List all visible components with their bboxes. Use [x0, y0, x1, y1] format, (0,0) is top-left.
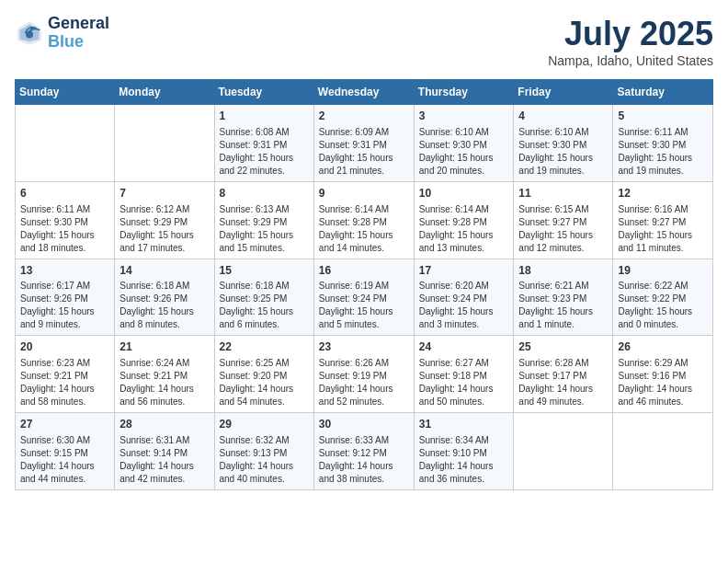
page-header: General Blue July 2025 Nampa, Idaho, Uni…	[15, 15, 713, 68]
day-info: Sunset: 9:19 PM	[319, 370, 409, 383]
day-number: 31	[419, 417, 509, 432]
day-info: Daylight: 15 hours and 9 minutes.	[20, 305, 109, 331]
calendar-cell: 27Sunrise: 6:30 AMSunset: 9:15 PMDayligh…	[16, 413, 115, 490]
calendar-week-row: 27Sunrise: 6:30 AMSunset: 9:15 PMDayligh…	[16, 413, 713, 490]
day-info: Sunset: 9:26 PM	[119, 293, 209, 305]
day-info: Daylight: 14 hours and 42 minutes.	[119, 460, 209, 486]
day-info: Sunset: 9:10 PM	[419, 447, 509, 460]
day-number: 4	[518, 109, 608, 124]
calendar-cell: 1Sunrise: 6:08 AMSunset: 9:31 PMDaylight…	[214, 105, 313, 182]
calendar-cell: 14Sunrise: 6:18 AMSunset: 9:26 PMDayligh…	[115, 259, 214, 336]
day-info: Daylight: 15 hours and 19 minutes.	[618, 152, 708, 178]
logo: General Blue	[15, 15, 109, 52]
day-info: Sunrise: 6:32 AM	[220, 434, 309, 447]
day-number: 29	[220, 417, 309, 432]
day-info: Daylight: 14 hours and 40 minutes.	[220, 460, 309, 486]
day-number: 19	[618, 263, 708, 279]
calendar-cell: 15Sunrise: 6:18 AMSunset: 9:25 PMDayligh…	[214, 259, 313, 336]
day-info: Sunrise: 6:22 AM	[618, 280, 708, 293]
day-number: 2	[319, 109, 409, 124]
day-info: Sunset: 9:31 PM	[220, 139, 309, 152]
day-of-week-header: Tuesday	[214, 80, 313, 105]
day-info: Sunrise: 6:23 AM	[20, 357, 109, 370]
calendar-cell	[514, 413, 613, 490]
day-info: Sunset: 9:22 PM	[618, 293, 708, 305]
day-info: Daylight: 14 hours and 58 minutes.	[20, 383, 109, 408]
logo-line1: General	[48, 15, 109, 33]
day-number: 24	[419, 339, 509, 355]
day-number: 17	[419, 263, 509, 279]
calendar-cell: 6Sunrise: 6:11 AMSunset: 9:30 PMDaylight…	[16, 181, 115, 259]
calendar-week-row: 13Sunrise: 6:17 AMSunset: 9:26 PMDayligh…	[16, 259, 713, 336]
day-info: Sunset: 9:13 PM	[220, 447, 309, 460]
month-title: July 2025	[548, 15, 713, 53]
calendar-cell: 21Sunrise: 6:24 AMSunset: 9:21 PMDayligh…	[115, 336, 214, 413]
calendar-cell: 24Sunrise: 6:27 AMSunset: 9:18 PMDayligh…	[414, 336, 514, 413]
day-number: 15	[220, 263, 309, 279]
svg-point-2	[26, 30, 33, 38]
day-info: Daylight: 15 hours and 11 minutes.	[618, 229, 708, 255]
day-info: Sunrise: 6:08 AM	[220, 126, 309, 139]
calendar-week-row: 20Sunrise: 6:23 AMSunset: 9:21 PMDayligh…	[16, 336, 713, 413]
calendar-cell: 29Sunrise: 6:32 AMSunset: 9:13 PMDayligh…	[214, 413, 313, 490]
logo-line2: Blue	[48, 33, 109, 52]
day-number: 23	[319, 339, 409, 355]
calendar-body: 1Sunrise: 6:08 AMSunset: 9:31 PMDaylight…	[16, 105, 713, 490]
calendar-cell: 13Sunrise: 6:17 AMSunset: 9:26 PMDayligh…	[16, 259, 115, 336]
day-info: Daylight: 14 hours and 50 minutes.	[419, 383, 509, 408]
day-info: Sunset: 9:15 PM	[20, 447, 109, 460]
day-info: Sunrise: 6:12 AM	[119, 203, 209, 216]
day-info: Sunrise: 6:34 AM	[419, 434, 509, 447]
day-info: Daylight: 15 hours and 3 minutes.	[419, 305, 509, 331]
location: Nampa, Idaho, United States	[548, 53, 713, 68]
day-info: Sunset: 9:30 PM	[518, 139, 608, 152]
day-of-week-header: Friday	[514, 80, 613, 105]
day-number: 22	[220, 339, 309, 355]
day-info: Sunrise: 6:25 AM	[220, 357, 309, 370]
calendar-cell: 26Sunrise: 6:29 AMSunset: 9:16 PMDayligh…	[613, 336, 713, 413]
calendar-cell: 9Sunrise: 6:14 AMSunset: 9:28 PMDaylight…	[313, 181, 414, 259]
day-info: Sunrise: 6:14 AM	[419, 203, 509, 216]
title-block: July 2025 Nampa, Idaho, United States	[548, 15, 713, 68]
day-info: Sunrise: 6:17 AM	[20, 280, 109, 293]
calendar-cell: 25Sunrise: 6:28 AMSunset: 9:17 PMDayligh…	[514, 336, 613, 413]
day-info: Sunset: 9:14 PM	[119, 447, 209, 460]
day-of-week-header: Wednesday	[313, 80, 414, 105]
day-info: Sunrise: 6:09 AM	[319, 126, 409, 139]
day-info: Daylight: 15 hours and 5 minutes.	[319, 305, 409, 331]
day-info: Sunrise: 6:24 AM	[119, 357, 209, 370]
calendar-cell	[16, 105, 115, 182]
day-of-week-header: Thursday	[414, 80, 514, 105]
day-number: 9	[319, 186, 409, 201]
day-number: 28	[119, 417, 209, 432]
day-number: 3	[419, 109, 509, 124]
calendar-cell: 3Sunrise: 6:10 AMSunset: 9:30 PMDaylight…	[414, 105, 514, 182]
day-info: Daylight: 15 hours and 14 minutes.	[319, 229, 409, 255]
day-info: Sunset: 9:17 PM	[518, 370, 608, 383]
day-info: Sunset: 9:21 PM	[20, 370, 109, 383]
day-info: Sunset: 9:18 PM	[419, 370, 509, 383]
day-info: Sunset: 9:29 PM	[220, 216, 309, 229]
day-info: Daylight: 14 hours and 56 minutes.	[119, 383, 209, 408]
day-info: Daylight: 14 hours and 52 minutes.	[319, 383, 409, 408]
day-number: 27	[20, 417, 109, 432]
day-number: 12	[618, 186, 708, 201]
day-info: Sunset: 9:16 PM	[618, 370, 708, 383]
day-number: 7	[119, 186, 209, 201]
day-info: Sunrise: 6:10 AM	[518, 126, 608, 139]
day-of-week-header: Saturday	[613, 80, 713, 105]
day-info: Sunrise: 6:26 AM	[319, 357, 409, 370]
day-number: 6	[20, 186, 109, 201]
day-number: 10	[419, 186, 509, 201]
day-info: Sunrise: 6:31 AM	[119, 434, 209, 447]
day-info: Sunset: 9:25 PM	[220, 293, 309, 305]
day-info: Daylight: 15 hours and 18 minutes.	[20, 229, 109, 255]
day-info: Sunset: 9:24 PM	[319, 293, 409, 305]
day-number: 21	[119, 339, 209, 355]
calendar-cell: 28Sunrise: 6:31 AMSunset: 9:14 PMDayligh…	[115, 413, 214, 490]
day-number: 16	[319, 263, 409, 279]
day-info: Daylight: 15 hours and 19 minutes.	[518, 152, 608, 178]
day-of-week-header: Monday	[115, 80, 214, 105]
day-info: Sunset: 9:30 PM	[419, 139, 509, 152]
day-info: Daylight: 15 hours and 20 minutes.	[419, 152, 509, 178]
